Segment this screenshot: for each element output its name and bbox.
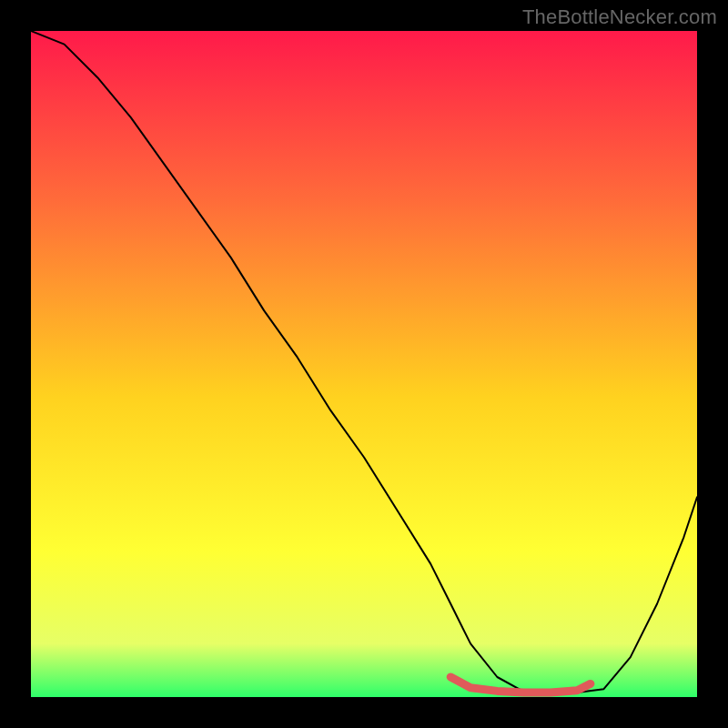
chart-plot-area [31,31,697,697]
bottleneck-chart [31,31,697,697]
watermark-text: TheBottleNecker.com [522,5,717,29]
chart-background [31,31,697,697]
